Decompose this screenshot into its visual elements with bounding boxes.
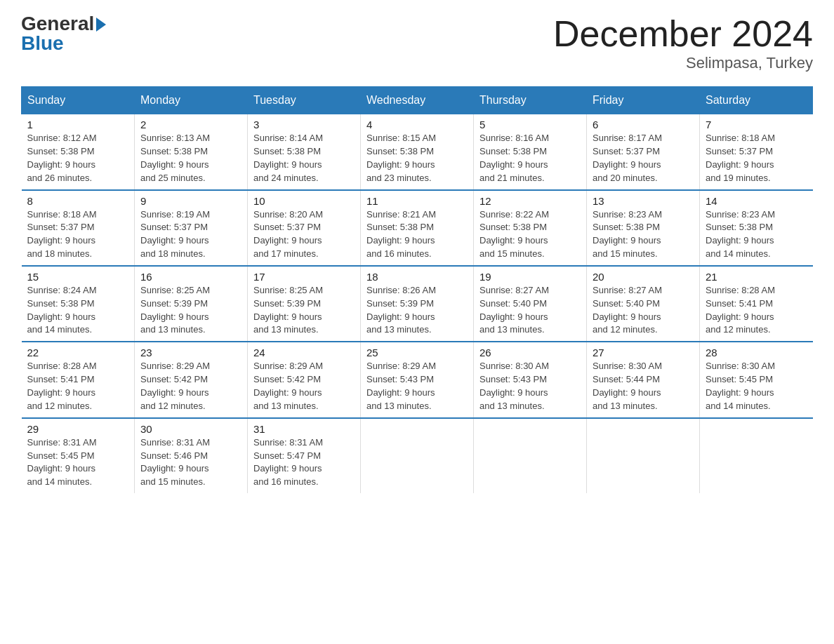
- day-number: 29: [27, 423, 129, 435]
- table-row: 8 Sunrise: 8:18 AM Sunset: 5:37 PM Dayli…: [22, 190, 135, 266]
- table-row: 20 Sunrise: 8:27 AM Sunset: 5:40 PM Dayl…: [587, 266, 700, 342]
- day-info: Sunrise: 8:31 AM Sunset: 5:45 PM Dayligh…: [27, 436, 129, 489]
- calendar-week-row: 15 Sunrise: 8:24 AM Sunset: 5:38 PM Dayl…: [22, 266, 813, 342]
- day-number: 26: [479, 347, 581, 358]
- table-row: 11 Sunrise: 8:21 AM Sunset: 5:38 PM Dayl…: [361, 190, 474, 266]
- day-info: Sunrise: 8:23 AM Sunset: 5:38 PM Dayligh…: [706, 208, 807, 261]
- calendar-title: December 2024: [553, 14, 813, 54]
- day-number: 14: [706, 195, 807, 207]
- table-row: 21 Sunrise: 8:28 AM Sunset: 5:41 PM Dayl…: [700, 266, 813, 342]
- table-row: 30 Sunrise: 8:31 AM Sunset: 5:46 PM Dayl…: [135, 418, 248, 493]
- table-row: 16 Sunrise: 8:25 AM Sunset: 5:39 PM Dayl…: [135, 266, 248, 342]
- day-info: Sunrise: 8:18 AM Sunset: 5:37 PM Dayligh…: [27, 208, 129, 261]
- day-number: 10: [253, 195, 355, 207]
- header-monday: Monday: [135, 87, 248, 114]
- day-info: Sunrise: 8:25 AM Sunset: 5:39 PM Dayligh…: [140, 284, 241, 337]
- table-row: [700, 418, 813, 493]
- day-number: 27: [593, 347, 694, 358]
- day-number: 2: [140, 119, 241, 130]
- calendar-week-row: 29 Sunrise: 8:31 AM Sunset: 5:45 PM Dayl…: [22, 418, 813, 493]
- header-saturday: Saturday: [700, 87, 813, 114]
- logo-general-text: General: [21, 14, 94, 34]
- day-number: 17: [253, 271, 355, 283]
- header-thursday: Thursday: [474, 87, 587, 114]
- day-number: 4: [366, 119, 468, 130]
- day-info: Sunrise: 8:13 AM Sunset: 5:38 PM Dayligh…: [140, 132, 241, 185]
- day-info: Sunrise: 8:24 AM Sunset: 5:38 PM Dayligh…: [27, 284, 129, 337]
- table-row: 17 Sunrise: 8:25 AM Sunset: 5:39 PM Dayl…: [248, 266, 361, 342]
- page-header: General Blue December 2024 Selimpasa, Tu…: [21, 14, 813, 72]
- table-row: 18 Sunrise: 8:26 AM Sunset: 5:39 PM Dayl…: [361, 266, 474, 342]
- day-info: Sunrise: 8:18 AM Sunset: 5:37 PM Dayligh…: [706, 132, 807, 185]
- calendar-week-row: 22 Sunrise: 8:28 AM Sunset: 5:41 PM Dayl…: [22, 342, 813, 417]
- day-info: Sunrise: 8:19 AM Sunset: 5:37 PM Dayligh…: [140, 208, 241, 261]
- day-number: 15: [27, 271, 129, 283]
- day-info: Sunrise: 8:31 AM Sunset: 5:46 PM Dayligh…: [140, 436, 241, 489]
- day-number: 31: [253, 423, 355, 435]
- day-number: 22: [27, 347, 129, 358]
- table-row: 22 Sunrise: 8:28 AM Sunset: 5:41 PM Dayl…: [22, 342, 135, 417]
- table-row: 26 Sunrise: 8:30 AM Sunset: 5:43 PM Dayl…: [474, 342, 587, 417]
- day-number: 24: [253, 347, 355, 358]
- day-info: Sunrise: 8:20 AM Sunset: 5:37 PM Dayligh…: [253, 208, 355, 261]
- day-info: Sunrise: 8:31 AM Sunset: 5:47 PM Dayligh…: [253, 436, 355, 489]
- header-friday: Friday: [587, 87, 700, 114]
- header-wednesday: Wednesday: [361, 87, 474, 114]
- day-info: Sunrise: 8:15 AM Sunset: 5:38 PM Dayligh…: [366, 132, 468, 185]
- day-number: 1: [27, 119, 129, 130]
- day-info: Sunrise: 8:25 AM Sunset: 5:39 PM Dayligh…: [253, 284, 355, 337]
- table-row: 12 Sunrise: 8:22 AM Sunset: 5:38 PM Dayl…: [474, 190, 587, 266]
- table-row: 25 Sunrise: 8:29 AM Sunset: 5:43 PM Dayl…: [361, 342, 474, 417]
- day-number: 12: [479, 195, 581, 207]
- table-row: 4 Sunrise: 8:15 AM Sunset: 5:38 PM Dayli…: [361, 114, 474, 190]
- table-row: [361, 418, 474, 493]
- table-row: [474, 418, 587, 493]
- day-info: Sunrise: 8:29 AM Sunset: 5:43 PM Dayligh…: [366, 360, 468, 412]
- day-number: 3: [253, 119, 355, 130]
- calendar-subtitle: Selimpasa, Turkey: [553, 54, 813, 72]
- header-sunday: Sunday: [22, 87, 135, 114]
- day-info: Sunrise: 8:30 AM Sunset: 5:43 PM Dayligh…: [479, 360, 581, 412]
- table-row: 31 Sunrise: 8:31 AM Sunset: 5:47 PM Dayl…: [248, 418, 361, 493]
- day-info: Sunrise: 8:29 AM Sunset: 5:42 PM Dayligh…: [253, 360, 355, 412]
- table-row: 9 Sunrise: 8:19 AM Sunset: 5:37 PM Dayli…: [135, 190, 248, 266]
- table-row: 24 Sunrise: 8:29 AM Sunset: 5:42 PM Dayl…: [248, 342, 361, 417]
- day-number: 5: [479, 119, 581, 130]
- logo: General Blue: [21, 14, 106, 53]
- calendar-table: Sunday Monday Tuesday Wednesday Thursday…: [21, 86, 813, 493]
- logo-blue-text: Blue: [21, 34, 64, 53]
- day-number: 9: [140, 195, 241, 207]
- day-info: Sunrise: 8:27 AM Sunset: 5:40 PM Dayligh…: [593, 284, 694, 337]
- calendar-week-row: 8 Sunrise: 8:18 AM Sunset: 5:37 PM Dayli…: [22, 190, 813, 266]
- day-info: Sunrise: 8:23 AM Sunset: 5:38 PM Dayligh…: [593, 208, 694, 261]
- day-info: Sunrise: 8:30 AM Sunset: 5:44 PM Dayligh…: [593, 360, 694, 412]
- table-row: 1 Sunrise: 8:12 AM Sunset: 5:38 PM Dayli…: [22, 114, 135, 190]
- header-tuesday: Tuesday: [248, 87, 361, 114]
- day-info: Sunrise: 8:28 AM Sunset: 5:41 PM Dayligh…: [706, 284, 807, 337]
- day-info: Sunrise: 8:28 AM Sunset: 5:41 PM Dayligh…: [27, 360, 129, 412]
- table-row: 19 Sunrise: 8:27 AM Sunset: 5:40 PM Dayl…: [474, 266, 587, 342]
- day-number: 19: [479, 271, 581, 283]
- table-row: 15 Sunrise: 8:24 AM Sunset: 5:38 PM Dayl…: [22, 266, 135, 342]
- day-number: 18: [366, 271, 468, 283]
- table-row: 28 Sunrise: 8:30 AM Sunset: 5:45 PM Dayl…: [700, 342, 813, 417]
- day-number: 30: [140, 423, 241, 435]
- day-info: Sunrise: 8:29 AM Sunset: 5:42 PM Dayligh…: [140, 360, 241, 412]
- table-row: 6 Sunrise: 8:17 AM Sunset: 5:37 PM Dayli…: [587, 114, 700, 190]
- day-number: 6: [593, 119, 694, 130]
- day-info: Sunrise: 8:22 AM Sunset: 5:38 PM Dayligh…: [479, 208, 581, 261]
- table-row: 5 Sunrise: 8:16 AM Sunset: 5:38 PM Dayli…: [474, 114, 587, 190]
- day-info: Sunrise: 8:26 AM Sunset: 5:39 PM Dayligh…: [366, 284, 468, 337]
- title-block: December 2024 Selimpasa, Turkey: [553, 14, 813, 72]
- day-info: Sunrise: 8:30 AM Sunset: 5:45 PM Dayligh…: [706, 360, 807, 412]
- day-number: 7: [706, 119, 807, 130]
- table-row: [587, 418, 700, 493]
- day-info: Sunrise: 8:16 AM Sunset: 5:38 PM Dayligh…: [479, 132, 581, 185]
- day-number: 20: [593, 271, 694, 283]
- calendar-header-row: Sunday Monday Tuesday Wednesday Thursday…: [22, 87, 813, 114]
- day-number: 11: [366, 195, 468, 207]
- table-row: 23 Sunrise: 8:29 AM Sunset: 5:42 PM Dayl…: [135, 342, 248, 417]
- table-row: 10 Sunrise: 8:20 AM Sunset: 5:37 PM Dayl…: [248, 190, 361, 266]
- day-info: Sunrise: 8:21 AM Sunset: 5:38 PM Dayligh…: [366, 208, 468, 261]
- calendar-week-row: 1 Sunrise: 8:12 AM Sunset: 5:38 PM Dayli…: [22, 114, 813, 190]
